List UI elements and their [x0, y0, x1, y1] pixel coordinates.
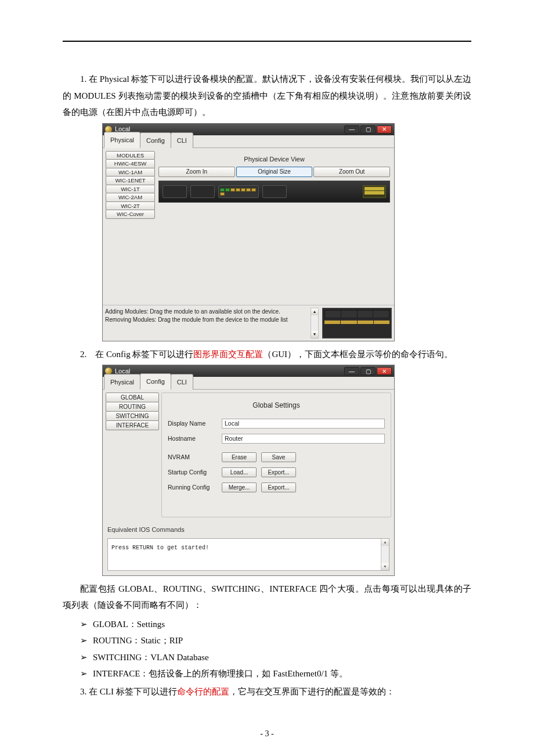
category-routing[interactable]: ROUTING [106, 402, 159, 412]
tab-physical[interactable]: Physical [104, 374, 140, 390]
scroll-down-icon[interactable]: ▾ [381, 563, 389, 570]
tab-cli[interactable]: CLI [171, 374, 193, 390]
modules-panel: MODULES HWIC-4ESW WIC-1AM WIC-1ENET WIC-… [106, 151, 155, 302]
device-chassis[interactable] [158, 181, 390, 203]
hostname-input[interactable]: Router [222, 434, 385, 444]
startup-config-label: Startup Config [168, 467, 217, 478]
text-highlight: 图形界面交互配置 [193, 350, 263, 359]
module-item[interactable]: WIC-2AM [106, 193, 155, 202]
close-button[interactable]: ✕ [377, 367, 392, 375]
page-number: - 3 - [0, 729, 534, 739]
category-switching[interactable]: SWITCHING [106, 411, 159, 421]
chassis-ports[interactable] [218, 185, 259, 198]
chassis-slot[interactable] [190, 185, 215, 198]
text: 2. 在 Config 标签下可以进行 [80, 350, 193, 359]
ios-commands-box[interactable]: Press RETURN to get started! ▴ ▾ [107, 538, 389, 571]
scroll-down-icon[interactable]: ▾ [311, 331, 318, 338]
hostname-label: Hostname [168, 433, 217, 445]
close-button[interactable]: ✕ [377, 125, 392, 134]
config-categories: GLOBAL ROUTING SWITCHING INTERFACE [106, 393, 159, 517]
figure-physical: Local — ▢ ✕ Physical Config CLI MODULES [102, 123, 471, 341]
tab-config[interactable]: Config [140, 373, 171, 390]
tab-cli[interactable]: CLI [171, 132, 193, 148]
module-item[interactable]: WIC-Cover [106, 210, 155, 219]
header-rule [63, 41, 471, 42]
text: GLOBAL：Settings [93, 620, 165, 629]
figure-config: Local — ▢ ✕ Physical Config CLI GLOBAL [102, 365, 471, 576]
module-item[interactable]: WIC-2T [106, 201, 155, 211]
zoom-row: Zoom In Original Size Zoom Out [157, 167, 391, 179]
list-item: ROUTING：Static；RIP [63, 632, 471, 649]
device-header: Physical Device View [157, 151, 391, 167]
original-size-button[interactable]: Original Size [236, 167, 313, 177]
window-controls: — ▢ ✕ [344, 367, 392, 375]
window-physical: Local — ▢ ✕ Physical Config CLI MODULES [102, 123, 395, 341]
save-button[interactable]: Save [261, 452, 296, 462]
category-interface[interactable]: INTERFACE [106, 420, 159, 430]
text: ROUTING：Static；RIP [93, 636, 183, 645]
load-button[interactable]: Load... [222, 467, 257, 477]
config-form: Global Settings Display Name Local Hostn… [161, 393, 391, 517]
list-item: INTERFACE：包括设备上的所有物理接口，如 FastEthernet0/1… [63, 665, 471, 682]
help-scrollbar[interactable]: ▴ ▾ [311, 308, 319, 339]
ios-scrollbar[interactable]: ▴ ▾ [381, 539, 389, 570]
tab-bar: Physical Config CLI [103, 135, 394, 148]
list-item: GLOBAL：Settings [63, 616, 471, 633]
paragraph-2: 2. 在 Config 标签下可以进行图形界面交互配置（GUI），下面文本框会显… [63, 346, 471, 363]
module-item[interactable]: WIC-1AM [106, 168, 155, 177]
tab-config[interactable]: Config [140, 132, 171, 148]
text: INTERFACE：包括设备上的所有物理接口，如 FastEthernet0/1… [93, 669, 348, 678]
module-preview [322, 308, 392, 339]
running-config-label: Running Config [168, 482, 217, 494]
module-item[interactable]: WIC-1ENET [106, 176, 155, 185]
tab-bar: Physical Config CLI [103, 377, 394, 390]
category-global[interactable]: GLOBAL [106, 393, 159, 402]
chassis-slot[interactable] [262, 185, 287, 198]
ios-section-label: Equivalent IOS Commands [103, 520, 394, 537]
help-add: Adding Modules: Drag the module to an av… [105, 308, 307, 316]
merge-button[interactable]: Merge... [222, 483, 257, 492]
module-item[interactable]: WIC-1T [106, 185, 155, 194]
paragraph-4: 3. 在 CLI 标签下可以进行命令行的配置，它与在交互界面下进行的配置是等效的… [63, 683, 471, 700]
display-name-input[interactable]: Local [222, 419, 385, 429]
text-highlight: 命令行的配置 [177, 687, 229, 696]
text: 3. 在 CLI 标签下可以进行 [80, 687, 177, 696]
module-item[interactable]: HWIC-4ESW [106, 159, 155, 168]
minimize-button[interactable]: — [344, 125, 359, 134]
export-running-button[interactable]: Export... [261, 483, 296, 492]
paragraph-3: 配置包括 GLOBAL、ROUTING、SWITCHING、INTERFACE … [63, 581, 471, 614]
erase-button[interactable]: Erase [222, 452, 257, 462]
minimize-button[interactable]: — [344, 367, 359, 375]
power-supply[interactable] [363, 185, 386, 198]
device-panel: Physical Device View Zoom In Original Si… [157, 151, 391, 302]
scroll-up-icon[interactable]: ▴ [311, 308, 318, 315]
paragraph-1: 1. 在 Physical 标签下可以进行设备模块的配置。默认情况下，设备没有安… [63, 71, 471, 121]
list-item: SWITCHING：VLAN Database [63, 649, 471, 666]
text: （GUI），下面文本框会显示等价的命令行语句。 [263, 350, 453, 359]
ios-text: Press RETURN to get started! [111, 545, 209, 551]
display-name-label: Display Name [168, 418, 217, 430]
zoom-in-button[interactable]: Zoom In [158, 167, 235, 177]
scroll-up-icon[interactable]: ▴ [381, 539, 389, 546]
module-help-text: Adding Modules: Drag the module to an av… [105, 308, 307, 339]
export-startup-button[interactable]: Export... [261, 467, 296, 477]
window-config: Local — ▢ ✕ Physical Config CLI GLOBAL [102, 365, 395, 576]
tab-physical[interactable]: Physical [104, 132, 140, 148]
text: ，它与在交互界面下进行的配置是等效的： [229, 687, 395, 696]
window-controls: — ▢ ✕ [344, 125, 392, 134]
bullet-list: GLOBAL：Settings ROUTING：Static；RIP SWITC… [63, 616, 471, 682]
text: SWITCHING：VLAN Database [93, 653, 209, 662]
maximize-button[interactable]: ▢ [360, 367, 376, 375]
form-heading: Global Settings [168, 397, 385, 418]
body: 1. 在 Physical 标签下可以进行设备模块的配置。默认情况下，设备没有安… [63, 71, 471, 700]
chassis-slot[interactable] [163, 185, 187, 198]
zoom-out-button[interactable]: Zoom Out [313, 167, 390, 177]
help-remove: Removing Modules: Drag the module from t… [105, 316, 307, 324]
modules-header: MODULES [106, 151, 155, 160]
nvram-label: NVRAM [168, 452, 217, 463]
maximize-button[interactable]: ▢ [360, 125, 376, 134]
